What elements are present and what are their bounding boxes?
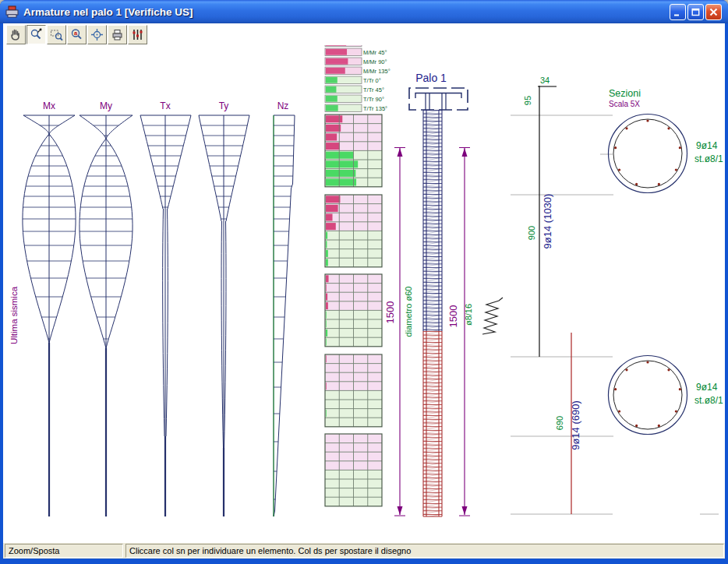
rebar-dot [625,368,627,371]
util-fill-bar [326,241,327,248]
legend-bar-fill [326,58,348,65]
rebar-dot [667,368,670,371]
dim-cap-height: 95 [523,96,532,105]
ty-diagram [199,115,249,516]
util-fill-bar [326,330,327,337]
rebar-dots [614,119,681,427]
my-diagram [80,115,133,516]
pile-shaft [423,110,442,516]
diagram-label-tx: Tx [160,100,170,111]
util-fill-bar [326,302,328,309]
drawing-canvas[interactable]: Mx My Tx Ty Nz Ultima sismica [3,45,725,543]
util-fill-bar [326,294,327,301]
legend-bar-fill [326,45,346,46]
legend-label: T/Tr 90° [363,96,384,103]
printer-icon [111,28,124,41]
app-window: Armature nel palo 1 [Verifiche US] [0,0,728,564]
util-fill-bar [326,214,333,221]
center-view-button[interactable] [87,25,107,44]
zoom-drag-button[interactable] [27,25,46,44]
title-bar[interactable]: Armature nel palo 1 [Verifiche US] [0,0,728,23]
sections-title: Sezioni [609,88,641,99]
section-bottom-stirrups: st.ø8/1 [694,395,723,406]
rebar-dot [635,183,638,185]
zoom-window-button[interactable] [47,25,66,44]
status-bar: Zoom/Sposta Cliccare col sn per individu… [3,543,725,559]
status-hint: Cliccare col sn per individuare un eleme… [125,544,724,558]
legend-bar-fill [326,68,345,74]
legend-label: T/Tr 135° [363,105,387,112]
mx-diagram [23,115,76,516]
minimize-button[interactable] [670,4,686,20]
util-fill-bar [326,339,327,346]
legend-bar-fill [326,77,337,83]
maximize-button[interactable] [687,4,704,20]
nz-diagram [274,115,295,516]
util-fill-bar [326,355,327,362]
rebar-dot [614,388,617,390]
util-fill-bar [326,320,327,327]
status-mode: Zoom/Sposta [5,544,123,558]
print-button[interactable] [108,25,127,44]
lower-bars-label: 9ø14 (690) [570,400,581,450]
dim-upper-length: 900 [527,226,536,240]
tx-diagram [140,115,191,516]
util-fill-bar [326,160,358,167]
restore-icon [690,6,701,18]
rebar-dot [679,146,681,149]
close-button[interactable] [705,4,722,20]
util-fill-bar [326,312,327,319]
legend-bar-fill [326,105,338,111]
util-fill-bar [326,232,327,239]
util-fill-bar [326,410,327,417]
legend-label: M/Mr 0° [363,45,383,47]
util-fill-bar [326,205,338,212]
minimize-icon [672,6,684,18]
util-fill-bar [326,143,340,150]
section-top-bars: 9ø14 [696,140,718,151]
window-title: Armature nel palo 1 [Verifiche US] [23,6,193,18]
zoom-arrow-icon [30,28,43,41]
util-fill-bar [326,284,327,291]
pile-dim-left: 1500 [384,301,396,324]
nz-hatch [273,125,295,499]
pile-stirrup-label: ø8/16 [464,304,473,326]
util-fill-bar [326,196,340,203]
util-fill-bar [326,259,328,266]
toolbar: a [3,23,725,45]
diagram-label-ty: Ty [219,100,229,111]
bar-extent-lines [538,86,571,514]
rebar-dot [625,127,627,129]
pan-button[interactable] [6,25,26,44]
hand-icon [9,28,23,41]
util-fill-bar [326,250,328,257]
rebar-dot [658,183,660,185]
section-top-stirrups: st.ø8/1 [694,153,723,164]
utilization-grids [325,115,382,506]
legend-label: T/Tr 0° [363,77,381,84]
rebar-dot [675,168,677,171]
window-content: a [3,23,725,559]
util-fill-bar [326,170,355,177]
rebar-dot [667,127,670,129]
load-case-label: Ultima sismica [9,286,19,344]
legend-bar-fill [326,86,337,93]
close-icon [708,6,719,18]
pile-dim-right: 1500 [447,305,459,328]
display-options-button[interactable] [128,25,147,44]
legend-bar-fill [326,96,337,102]
rebar-dot [614,146,617,149]
util-fill-bar [326,223,336,230]
crosshair-icon [90,28,104,41]
rebar-dot [646,361,648,363]
rebar-dot [675,410,677,412]
util-fill-bar [326,179,356,186]
util-fill-bar [326,125,341,132]
spring-symbol-icon [482,298,503,334]
legend-label: M/Mr 135° [363,68,391,75]
diagram-label-nz: Nz [277,100,289,111]
rebar-dot [646,119,648,122]
zoom-all-button[interactable]: a [67,25,87,44]
util-fill-bar [326,382,327,390]
app-icon [5,5,19,18]
